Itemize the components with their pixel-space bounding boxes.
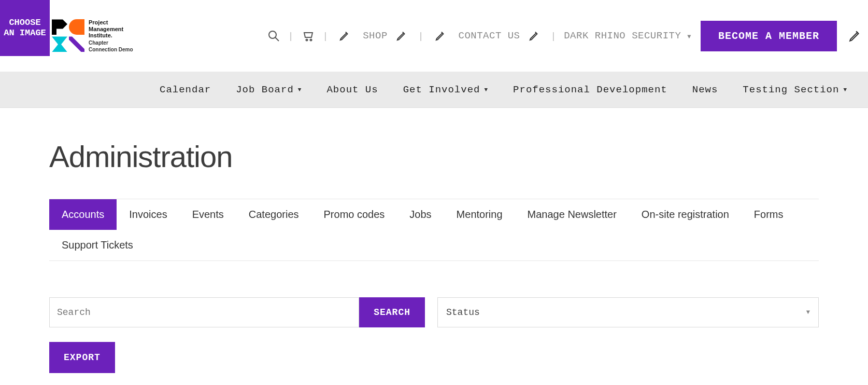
become-member-button[interactable]: BECOME A MEMBER bbox=[701, 21, 837, 51]
nav-label: News bbox=[692, 84, 718, 95]
nav-get-involved[interactable]: Get Involved▼ bbox=[403, 84, 488, 95]
tab-label: Promo codes bbox=[324, 209, 385, 220]
nav-label: Job Board bbox=[236, 84, 294, 95]
divider: | bbox=[552, 31, 555, 42]
shop-label: SHOP bbox=[363, 30, 388, 42]
logo-sub2: Connection Demo bbox=[89, 47, 133, 52]
tab-mentoring[interactable]: Mentoring bbox=[444, 199, 515, 230]
nav-label: Get Involved bbox=[403, 84, 480, 95]
nav-label: Testing Section bbox=[743, 84, 839, 95]
logo-line2: Management bbox=[89, 26, 133, 33]
contact-label: CONTACT US bbox=[459, 30, 520, 42]
cta-label: BECOME A MEMBER bbox=[718, 30, 819, 42]
divider: | bbox=[290, 31, 292, 42]
user-menu[interactable]: DARK RHINO SECURITY ▼ bbox=[564, 30, 691, 42]
search-icon[interactable] bbox=[267, 29, 280, 43]
cart-icon[interactable] bbox=[302, 29, 315, 43]
chevron-down-icon: ▼ bbox=[806, 309, 810, 316]
choose-image-badge[interactable]: CHOOSE AN IMAGE bbox=[0, 0, 50, 56]
svg-point-3 bbox=[310, 39, 311, 41]
nav-testing-section[interactable]: Testing Section▼ bbox=[743, 84, 847, 95]
search-input[interactable] bbox=[49, 297, 359, 327]
status-label: Status bbox=[446, 307, 480, 318]
tab-invoices[interactable]: Invoices bbox=[117, 199, 179, 230]
top-right: | | SHOP | CONTACT US | DARK RHINO SECUR… bbox=[267, 21, 868, 51]
tab-forms[interactable]: Forms bbox=[742, 199, 796, 230]
svg-point-0 bbox=[269, 31, 276, 38]
choose-image-label: CHOOSE AN IMAGE bbox=[3, 18, 47, 38]
export-label: EXPORT bbox=[64, 352, 101, 363]
search-group: SEARCH bbox=[49, 297, 425, 327]
pencil-icon bbox=[525, 27, 543, 45]
contact-link[interactable]: CONTACT US bbox=[459, 27, 543, 45]
nav-about-us[interactable]: About Us bbox=[326, 84, 378, 95]
nav-label: Calendar bbox=[160, 84, 211, 95]
pencil-icon[interactable] bbox=[336, 27, 353, 45]
tab-onsite-registration[interactable]: On-site registration bbox=[629, 199, 742, 230]
pencil-icon[interactable] bbox=[846, 27, 864, 45]
content: Administration Accounts Invoices Events … bbox=[0, 108, 868, 385]
tab-promo-codes[interactable]: Promo codes bbox=[311, 199, 397, 230]
tab-support-tickets[interactable]: Support Tickets bbox=[49, 230, 146, 260]
pencil-icon[interactable] bbox=[432, 27, 449, 45]
nav-job-board[interactable]: Job Board▼ bbox=[236, 84, 302, 95]
chevron-down-icon: ▼ bbox=[484, 87, 488, 93]
logo[interactable]: Project Management Institute. Chapter Co… bbox=[52, 19, 133, 52]
divider: | bbox=[420, 31, 422, 42]
search-button[interactable]: SEARCH bbox=[359, 297, 425, 327]
export-button[interactable]: EXPORT bbox=[49, 342, 115, 373]
page-title: Administration bbox=[49, 139, 819, 174]
chevron-down-icon: ▼ bbox=[298, 87, 302, 93]
tab-manage-newsletter[interactable]: Manage Newsletter bbox=[515, 199, 629, 230]
logo-line3: Institute. bbox=[89, 32, 133, 39]
nav-professional-development[interactable]: Professional Development bbox=[513, 84, 667, 95]
tab-label: Manage Newsletter bbox=[528, 209, 617, 220]
tab-label: Forms bbox=[754, 209, 784, 220]
divider: | bbox=[324, 31, 327, 42]
nav-news[interactable]: News bbox=[692, 84, 718, 95]
svg-line-1 bbox=[275, 37, 279, 41]
nav-label: Professional Development bbox=[513, 84, 667, 95]
tab-label: On-site registration bbox=[642, 209, 729, 220]
nav-calendar[interactable]: Calendar bbox=[160, 84, 211, 95]
tab-label: Accounts bbox=[62, 209, 104, 220]
top-bar: Project Management Institute. Chapter Co… bbox=[0, 0, 868, 72]
admin-tabs: Accounts Invoices Events Categories Prom… bbox=[49, 199, 819, 261]
nav-label: About Us bbox=[326, 84, 378, 95]
pencil-icon bbox=[393, 27, 410, 45]
main-nav: Calendar Job Board▼ About Us Get Involve… bbox=[0, 72, 868, 108]
logo-line1: Project bbox=[89, 19, 133, 26]
tab-accounts[interactable]: Accounts bbox=[49, 199, 117, 230]
chevron-down-icon: ▼ bbox=[687, 33, 691, 40]
logo-mark bbox=[52, 19, 84, 52]
tab-label: Support Tickets bbox=[62, 239, 133, 251]
chevron-down-icon: ▼ bbox=[843, 87, 847, 93]
tab-label: Jobs bbox=[409, 209, 431, 220]
user-name: DARK RHINO SECURITY bbox=[564, 30, 681, 42]
tab-label: Invoices bbox=[129, 209, 167, 220]
shop-link[interactable]: SHOP bbox=[363, 27, 410, 45]
tab-label: Events bbox=[192, 209, 224, 220]
tab-label: Categories bbox=[249, 209, 299, 220]
tab-label: Mentoring bbox=[457, 209, 503, 220]
controls-row: SEARCH Status ▼ bbox=[49, 297, 819, 327]
tab-events[interactable]: Events bbox=[180, 199, 236, 230]
tab-jobs[interactable]: Jobs bbox=[397, 199, 444, 230]
logo-sub1: Chapter bbox=[89, 40, 133, 46]
status-select[interactable]: Status ▼ bbox=[437, 297, 819, 327]
svg-point-2 bbox=[306, 39, 307, 41]
search-button-label: SEARCH bbox=[374, 307, 410, 318]
tab-categories[interactable]: Categories bbox=[236, 199, 311, 230]
